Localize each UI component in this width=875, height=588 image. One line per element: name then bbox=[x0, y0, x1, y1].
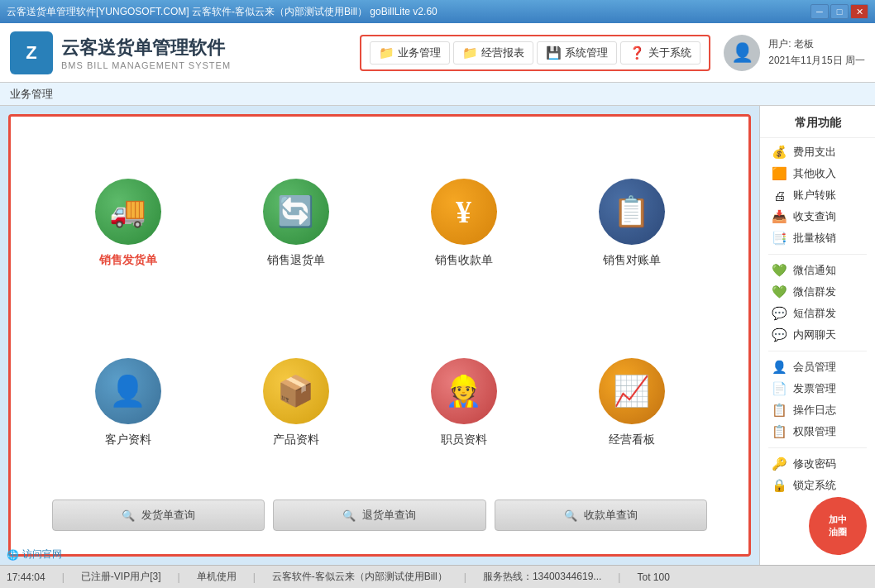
user-info: 用户: 老板 2021年11月15日 周一 bbox=[768, 36, 865, 68]
nav-area: 📁业务管理📁经营报表💾系统管理❓关于系统 bbox=[360, 35, 710, 71]
watermark-line2: 油圈 bbox=[829, 526, 847, 538]
nav-btn-3[interactable]: ❓关于系统 bbox=[620, 41, 700, 65]
sidebar-item-7[interactable]: 💬短信群发 bbox=[760, 303, 875, 324]
module-panel: 🚚销售发货单🔄销售退货单¥销售收款单📋销售对账单👤客户资料📦产品资料👷职员资料📈… bbox=[8, 114, 751, 557]
module-icon-5: 📦 bbox=[263, 358, 329, 424]
sidebar-item-2[interactable]: 🖨账户转账 bbox=[760, 184, 875, 206]
module-label-1: 销售退货单 bbox=[267, 253, 325, 268]
sidebar-item-9[interactable]: 👤会员管理 bbox=[760, 356, 875, 378]
sidebar-item-3[interactable]: 📥收支查询 bbox=[760, 206, 875, 227]
sidebar-item-5[interactable]: 💚微信通知 bbox=[760, 260, 875, 281]
logo-icon: Z bbox=[10, 31, 53, 74]
main-area: 🚚销售发货单🔄销售退货单¥销售收款单📋销售对账单👤客户资料📦产品资料👷职员资料📈… bbox=[0, 106, 875, 565]
module-item-5[interactable]: 📦产品资料 bbox=[220, 322, 371, 485]
status-bar: 17:44:04 | 已注册-VIP用户[3] | 单机使用 | 云客软件-客似… bbox=[0, 565, 875, 588]
module-label-5: 产品资料 bbox=[273, 433, 319, 447]
status-hotline: 服务热线：13400344619... bbox=[483, 570, 601, 584]
sidebar-item-4[interactable]: 📑批量核销 bbox=[760, 227, 875, 249]
sidebar-divider bbox=[768, 351, 867, 351]
module-label-3: 销售对账单 bbox=[603, 253, 661, 268]
sidebar-item-12[interactable]: 📋权限管理 bbox=[760, 421, 875, 442]
logo-text: 云客送货单管理软件 BMS BILL MANAGEMENT SYSTEM bbox=[61, 36, 231, 70]
watermark-line1: 加中 bbox=[829, 514, 847, 526]
logo-area: Z 云客送货单管理软件 BMS BILL MANAGEMENT SYSTEM bbox=[10, 31, 360, 74]
globe-icon: 🌐 bbox=[7, 549, 19, 561]
sidebar-item-10[interactable]: 📄发票管理 bbox=[760, 378, 875, 399]
sidebar-item-14[interactable]: 🔒锁定系统 bbox=[760, 475, 875, 496]
status-company: 云客软件-客似云来（内部测试使用Bill） bbox=[272, 570, 447, 584]
sidebar-title: 常用功能 bbox=[760, 112, 875, 138]
module-item-4[interactable]: 👤客户资料 bbox=[52, 322, 203, 485]
module-item-0[interactable]: 🚚销售发货单 bbox=[52, 141, 203, 305]
module-icon-2: ¥ bbox=[431, 179, 497, 245]
nav-btn-1[interactable]: 📁经营报表 bbox=[453, 41, 533, 65]
breadcrumb-text: 业务管理 bbox=[10, 87, 53, 102]
module-icon-7: 📈 bbox=[599, 358, 665, 424]
nav-btn-0[interactable]: 📁业务管理 bbox=[370, 41, 450, 65]
module-label-6: 职员资料 bbox=[441, 433, 487, 447]
sidebar-item-13[interactable]: 🔑修改密码 bbox=[760, 453, 875, 475]
module-item-1[interactable]: 🔄销售退货单 bbox=[220, 141, 371, 305]
content-area: 🚚销售发货单🔄销售退货单¥销售收款单📋销售对账单👤客户资料📦产品资料👷职员资料📈… bbox=[0, 106, 759, 565]
app-subtitle: BMS BILL MANAGEMENT SYSTEM bbox=[61, 60, 231, 70]
module-label-4: 客户资料 bbox=[105, 433, 151, 447]
title-bar: 云客送货单管理软件[YUNGOSOFT.COM] 云客软件-客似云来（内部测试使… bbox=[0, 0, 875, 23]
module-icon-6: 👷 bbox=[431, 358, 497, 424]
query-buttons-area: 🔍发货单查询🔍退货单查询🔍收款单查询 bbox=[27, 493, 732, 538]
user-area: 👤 用户: 老板 2021年11月15日 周一 bbox=[724, 35, 865, 71]
breadcrumb: 业务管理 bbox=[0, 83, 875, 106]
module-item-3[interactable]: 📋销售对账单 bbox=[556, 141, 707, 305]
module-icon-3: 📋 bbox=[599, 179, 665, 245]
sidebar-item-0[interactable]: 💰费用支出 bbox=[760, 141, 875, 163]
close-button[interactable]: ✕ bbox=[850, 4, 868, 19]
status-time: 17:44:04 bbox=[7, 571, 45, 583]
module-label-2: 销售收款单 bbox=[435, 253, 493, 268]
globe-link[interactable]: 🌐 访问官网 bbox=[7, 547, 62, 562]
user-label: 用户: 老板 bbox=[768, 36, 865, 52]
module-label-0: 销售发货单 bbox=[99, 253, 157, 268]
sidebar: 常用功能 💰费用支出🟧其他收入🖨账户转账📥收支查询📑批量核销💚微信通知💚微信群发… bbox=[759, 106, 875, 565]
globe-label: 访问官网 bbox=[22, 547, 62, 562]
sidebar-divider bbox=[768, 447, 867, 448]
title-bar-text: 云客送货单管理软件[YUNGOSOFT.COM] 云客软件-客似云来（内部测试使… bbox=[7, 5, 810, 19]
status-user: 已注册-VIP用户[3] bbox=[81, 570, 161, 584]
module-icon-0: 🚚 bbox=[95, 179, 161, 245]
query-btn-1[interactable]: 🔍退货单查询 bbox=[273, 500, 485, 531]
module-item-6[interactable]: 👷职员资料 bbox=[388, 322, 539, 485]
maximize-button[interactable]: □ bbox=[830, 4, 849, 19]
module-icon-1: 🔄 bbox=[263, 179, 329, 245]
module-grid: 🚚销售发货单🔄销售退货单¥销售收款单📋销售对账单👤客户资料📦产品资料👷职员资料📈… bbox=[27, 133, 732, 493]
sidebar-divider bbox=[768, 254, 867, 255]
query-btn-2[interactable]: 🔍收款单查询 bbox=[495, 500, 707, 531]
title-controls: ─ □ ✕ bbox=[810, 4, 868, 19]
sidebar-item-1[interactable]: 🟧其他收入 bbox=[760, 163, 875, 184]
minimize-button[interactable]: ─ bbox=[810, 4, 829, 19]
sidebar-item-11[interactable]: 📋操作日志 bbox=[760, 399, 875, 421]
sidebar-items: 💰费用支出🟧其他收入🖨账户转账📥收支查询📑批量核销💚微信通知💚微信群发💬短信群发… bbox=[760, 141, 875, 496]
status-mode: 单机使用 bbox=[197, 570, 237, 584]
module-item-2[interactable]: ¥销售收款单 bbox=[388, 141, 539, 305]
module-item-7[interactable]: 📈经营看板 bbox=[556, 322, 707, 485]
user-avatar: 👤 bbox=[724, 35, 760, 71]
header: Z 云客送货单管理软件 BMS BILL MANAGEMENT SYSTEM 📁… bbox=[0, 23, 875, 83]
user-date: 2021年11月15日 周一 bbox=[768, 53, 865, 69]
status-tot: Tot 100 bbox=[637, 571, 669, 583]
app-name: 云客送货单管理软件 bbox=[61, 36, 231, 60]
module-label-7: 经营看板 bbox=[609, 433, 655, 447]
sidebar-item-6[interactable]: 💚微信群发 bbox=[760, 281, 875, 303]
nav-btn-2[interactable]: 💾系统管理 bbox=[537, 41, 617, 65]
query-btn-0[interactable]: 🔍发货单查询 bbox=[52, 500, 265, 531]
watermark: 加中 油圈 bbox=[809, 497, 867, 555]
module-icon-4: 👤 bbox=[95, 358, 161, 424]
sidebar-item-8[interactable]: 💬内网聊天 bbox=[760, 324, 875, 346]
